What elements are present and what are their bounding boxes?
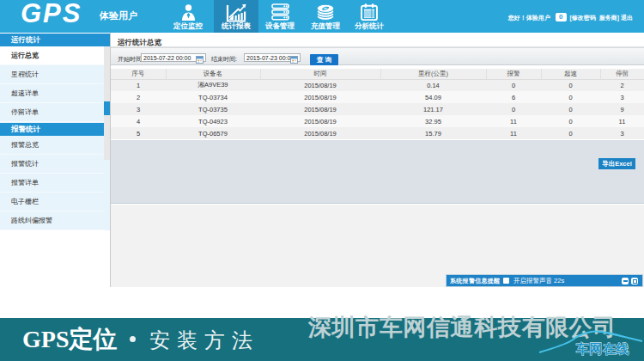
svg-text:车网在线: 车网在线 xyxy=(575,341,629,356)
